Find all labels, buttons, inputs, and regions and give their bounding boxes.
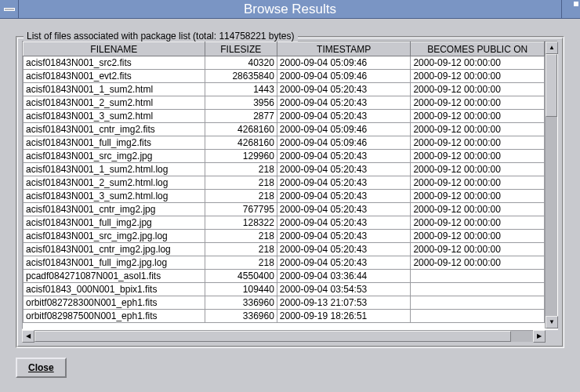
table-row[interactable]: acisf01843_000N001_bpix1.fits1094402000-… [24,283,545,296]
cell-filesize: 1443 [205,83,277,96]
cell-public: 2000-09-12 00:00:00 [411,56,545,70]
cell-public: 2000-09-12 00:00:00 [411,83,545,96]
table-row[interactable]: acisf01843N001_src_img2.jpg.log2182000-0… [24,230,545,243]
table-row[interactable]: orbitf082728300N001_eph1.fits3369602000-… [24,296,545,310]
cell-filesize: 218 [205,230,277,243]
horizontal-scroll-thumb[interactable] [34,331,511,342]
table-row[interactable]: acisf01843N001_2_sum2.html.log2182000-09… [24,176,545,190]
window-menu-icon [4,8,15,11]
scroll-down-button[interactable]: ▼ [546,316,558,328]
table-row[interactable]: acisf01843N001_3_sum2.html.log2182000-09… [24,190,545,203]
table-row[interactable]: acisf01843N001_cntr_img2.jpg7677952000-0… [24,203,545,216]
close-button[interactable]: Close [16,358,67,378]
table-row[interactable]: orbitf082987500N001_eph1.fits3369602000-… [24,310,545,323]
cell-public [411,283,545,296]
cell-public: 2000-09-12 00:00:00 [411,243,545,256]
cell-filesize: 218 [205,243,277,256]
cell-filename: acisf01843_000N001_bpix1.fits [24,283,205,296]
cell-timestamp: 2000-09-04 05:20:43 [277,176,411,190]
cell-timestamp: 2000-09-04 03:54:53 [277,283,411,296]
table-row[interactable]: acisf01843N001_cntr_img2.fits42681602000… [24,123,545,136]
table-row[interactable]: acisf01843N001_1_sum2.html14432000-09-04… [24,83,545,96]
fieldset-legend: List of files associated with package li… [24,31,298,42]
cell-filesize: 4268160 [205,123,277,136]
table-row[interactable]: acisf01843N001_src2.fits403202000-09-04 … [24,56,545,70]
cell-timestamp: 2000-09-04 05:20:43 [277,190,411,203]
cell-filename: acisf01843N001_src_img2.jpg.log [24,230,205,243]
cell-filesize: 128322 [205,216,277,230]
cell-timestamp: 2000-09-04 05:09:46 [277,56,411,70]
cell-timestamp: 2000-09-04 05:20:43 [277,96,411,110]
button-bar: Close [16,348,564,378]
cell-public: 2000-09-12 00:00:00 [411,163,545,176]
cell-filename: pcadf084271087N001_asol1.fits [24,270,205,283]
cell-filesize: 218 [205,256,277,270]
cell-filename: acisf01843N001_3_sum2.html.log [24,190,205,203]
table-row[interactable]: pcadf084271087N001_asol1.fits45504002000… [24,270,545,283]
table-row[interactable]: acisf01843N001_1_sum2.html.log2182000-09… [24,163,545,176]
table-row[interactable]: acisf01843N001_full_img2.fits42681602000… [24,136,545,150]
table-row[interactable]: acisf01843N001_evt2.fits286358402000-09-… [24,70,545,83]
maximize-icon [574,2,578,6]
cell-filename: acisf01843N001_src2.fits [24,56,205,70]
col-header-filename[interactable]: FILENAME [24,42,205,56]
cell-filename: acisf01843N001_evt2.fits [24,70,205,83]
file-table: FILENAME FILESIZE TIMESTAMP BECOMES PUBL… [23,42,545,323]
cell-filename: acisf01843N001_1_sum2.html.log [24,163,205,176]
table-row[interactable]: acisf01843N001_2_sum2.html39562000-09-04… [24,96,545,110]
window-maximize-button[interactable] [561,0,580,18]
cell-filesize: 218 [205,163,277,176]
window-menu-button[interactable] [0,0,19,18]
scroll-up-button[interactable]: ▲ [546,42,558,54]
cell-public: 2000-09-12 00:00:00 [411,216,545,230]
table-row[interactable]: acisf01843N001_full_img2.jpg1283222000-0… [24,216,545,230]
vertical-scroll-thumb[interactable] [546,54,557,117]
cell-filename: acisf01843N001_full_img2.jpg.log [24,256,205,270]
cell-filesize: 336960 [205,296,277,310]
cell-filename: acisf01843N001_2_sum2.html [24,96,205,110]
vertical-scroll-track[interactable] [546,54,557,316]
cell-timestamp: 2000-09-13 21:07:53 [277,296,411,310]
file-list-fieldset: List of files associated with package li… [16,31,564,348]
cell-filename: acisf01843N001_cntr_img2.jpg.log [24,243,205,256]
table-row[interactable]: acisf01843N001_3_sum2.html28772000-09-04… [24,110,545,123]
cell-filesize: 218 [205,190,277,203]
cell-filesize: 129960 [205,150,277,163]
col-header-timestamp[interactable]: TIMESTAMP [277,42,411,56]
scrollbar-corner [546,330,558,342]
cell-timestamp: 2000-09-04 05:20:43 [277,83,411,96]
arrow-up-icon: ▲ [549,45,555,51]
cell-timestamp: 2000-09-04 05:09:46 [277,136,411,150]
horizontal-scroll-track[interactable] [34,330,533,342]
col-header-public[interactable]: BECOMES PUBLIC ON [411,42,545,56]
cell-timestamp: 2000-09-04 05:20:43 [277,150,411,163]
scroll-right-button[interactable]: ▶ [533,330,546,343]
col-header-filesize[interactable]: FILESIZE [205,42,277,56]
cell-timestamp: 2000-09-04 05:09:46 [277,123,411,136]
cell-public [411,270,545,283]
cell-timestamp: 2000-09-04 05:20:43 [277,203,411,216]
titlebar: Browse Results [0,0,580,19]
table-row[interactable]: acisf01843N001_cntr_img2.jpg.log2182000-… [24,243,545,256]
cell-public: 2000-09-12 00:00:00 [411,70,545,83]
vertical-scrollbar[interactable]: ▲ ▼ [545,42,557,328]
scroll-left-button[interactable]: ◀ [22,330,34,343]
arrow-down-icon: ▼ [549,319,555,325]
cell-public: 2000-09-12 00:00:00 [411,256,545,270]
cell-public: 2000-09-12 00:00:00 [411,190,545,203]
cell-filesize: 4550400 [205,270,277,283]
cell-timestamp: 2000-09-04 05:20:43 [277,256,411,270]
file-table-viewport[interactable]: FILENAME FILESIZE TIMESTAMP BECOMES PUBL… [23,42,545,328]
cell-timestamp: 2000-09-19 18:26:51 [277,310,411,323]
cell-filename: acisf01843N001_cntr_img2.jpg [24,203,205,216]
cell-filesize: 218 [205,176,277,190]
table-row[interactable]: acisf01843N001_full_img2.jpg.log2182000-… [24,256,545,270]
cell-timestamp: 2000-09-04 05:20:43 [277,163,411,176]
horizontal-scrollbar[interactable]: ◀ ▶ [22,329,558,342]
cell-filesize: 3956 [205,96,277,110]
cell-public: 2000-09-12 00:00:00 [411,230,545,243]
cell-public: 2000-09-12 00:00:00 [411,203,545,216]
cell-filename: acisf01843N001_3_sum2.html [24,110,205,123]
cell-timestamp: 2000-09-04 05:20:43 [277,230,411,243]
table-row[interactable]: acisf01843N001_src_img2.jpg1299602000-09… [24,150,545,163]
